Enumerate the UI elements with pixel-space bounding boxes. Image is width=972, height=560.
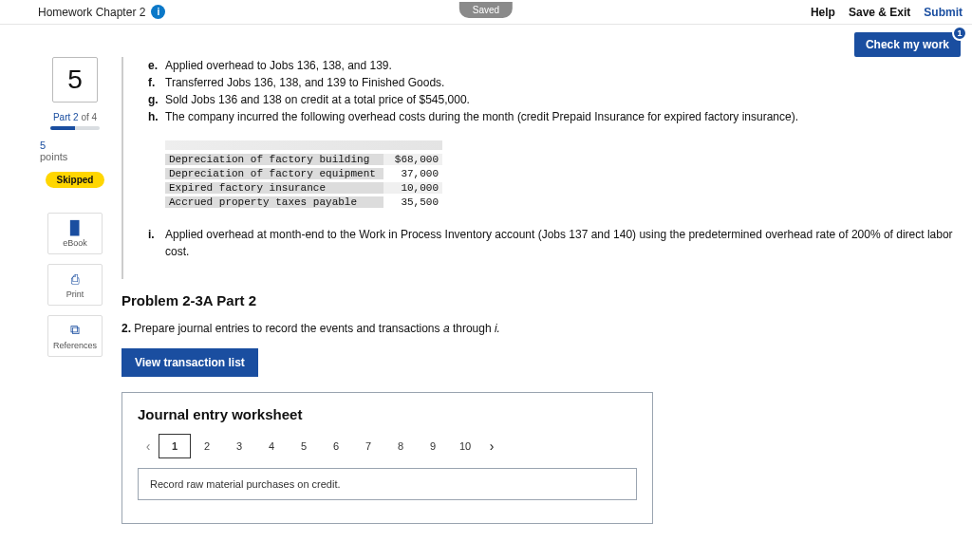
saved-indicator: Saved [459, 2, 513, 18]
book-icon: ▉ [70, 220, 81, 235]
problem-instruction: 2. Prepare journal entries to record the… [122, 322, 953, 335]
skipped-pill[interactable]: Skipped [46, 172, 105, 188]
table-header-stripe [165, 140, 442, 150]
print-button[interactable]: ⎙ Print [47, 264, 103, 306]
ebook-button[interactable]: ▉ eBook [47, 213, 103, 254]
item-i: i.Applied overhead at month-end to the W… [148, 226, 953, 260]
problem-title: Problem 2-3A Part 2 [122, 292, 953, 308]
overhead-costs-table: Depreciation of factory building$68,000 … [165, 140, 953, 209]
copy-icon: ⧉ [70, 322, 80, 338]
help-link[interactable]: Help [811, 6, 835, 19]
check-badge: 1 [952, 26, 967, 41]
next-entry-arrow[interactable]: › [481, 439, 502, 454]
problem-statement: e.Applied overhead to Jobs 136, 138, and… [122, 57, 953, 279]
journal-entry-instruction: Record raw material purchases on credit. [138, 468, 637, 500]
journal-tab-8[interactable]: 8 [384, 434, 417, 458]
journal-entry-tabs: ‹ 1 2 3 4 5 6 7 8 9 10 › [138, 434, 637, 458]
part-progress-fill [50, 126, 75, 130]
table-row: Expired factory insurance10,000 [165, 180, 953, 195]
journal-worksheet: Journal entry worksheet ‹ 1 2 3 4 5 6 7 … [122, 392, 653, 524]
journal-tab-9[interactable]: 9 [417, 434, 449, 458]
part-progress-track [50, 126, 100, 130]
question-number-box: 5 [52, 57, 98, 103]
journal-tab-7[interactable]: 7 [352, 434, 384, 458]
item-f: f.Transferred Jobs 136, 138, and 139 to … [148, 74, 953, 91]
printer-icon: ⎙ [71, 271, 79, 287]
info-icon[interactable]: i [151, 5, 165, 19]
journal-tab-4[interactable]: 4 [255, 434, 288, 458]
item-e: e.Applied overhead to Jobs 136, 138, and… [148, 57, 953, 74]
journal-title: Journal entry worksheet [138, 406, 637, 422]
item-g: g.Sold Jobs 136 and 138 on credit at a t… [148, 91, 953, 108]
references-button[interactable]: ⧉ References [47, 315, 103, 357]
ebook-label: eBook [63, 238, 87, 248]
part-indicator: Part 2 of 4 [50, 112, 100, 130]
journal-tab-10[interactable]: 10 [449, 434, 481, 458]
part-label: Part 2 [53, 112, 79, 122]
prev-entry-arrow[interactable]: ‹ [138, 439, 159, 454]
check-my-work-button[interactable]: Check my work 1 [854, 32, 961, 57]
table-row: Accrued property taxes payable35,500 [165, 195, 953, 209]
journal-tab-3[interactable]: 3 [223, 434, 255, 458]
references-label: References [53, 341, 97, 350]
print-label: Print [66, 289, 84, 299]
points-value: 5 [40, 140, 67, 151]
view-transaction-list-button[interactable]: View transaction list [122, 348, 258, 377]
points-block: 5 points [40, 140, 67, 162]
table-row: Depreciation of factory equipment37,000 [165, 166, 953, 180]
part-of: of 4 [79, 112, 97, 122]
journal-tab-2[interactable]: 2 [191, 434, 223, 458]
journal-tab-6[interactable]: 6 [320, 434, 352, 458]
points-label: points [40, 151, 67, 162]
journal-tab-5[interactable]: 5 [288, 434, 320, 458]
item-h: h.The company incurred the following ove… [148, 108, 953, 125]
assignment-title: Homework Chapter 2 [38, 6, 145, 19]
table-row: Depreciation of factory building$68,000 [165, 152, 953, 166]
save-exit-link[interactable]: Save & Exit [849, 6, 910, 19]
submit-link[interactable]: Submit [924, 6, 963, 19]
journal-tab-1[interactable]: 1 [159, 434, 191, 458]
check-my-work-label: Check my work [866, 38, 949, 51]
